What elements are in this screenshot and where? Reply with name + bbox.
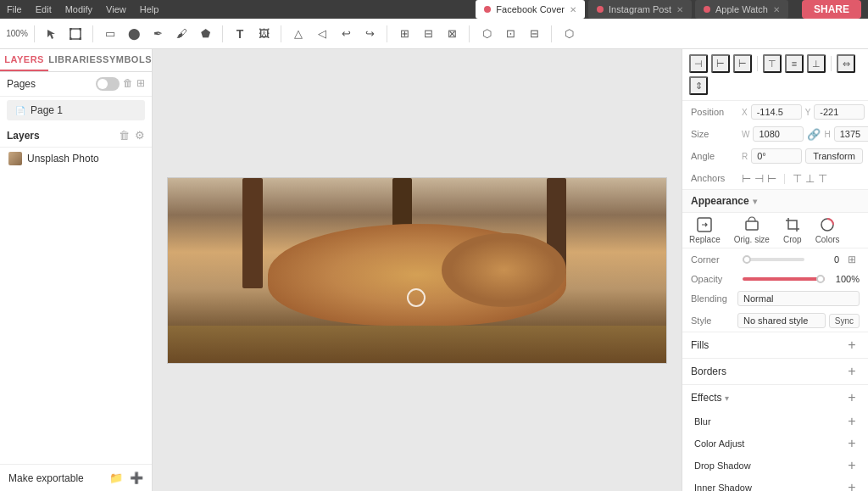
move-tool-button[interactable] xyxy=(42,24,62,44)
align-bottom-button[interactable]: ⊥ xyxy=(807,54,826,73)
colors-button[interactable]: Colors xyxy=(809,213,847,248)
pages-delete-icon[interactable]: 🗑 xyxy=(123,77,133,91)
orig-size-icon xyxy=(743,216,760,233)
align-middle-button[interactable]: ≡ xyxy=(785,54,804,73)
corner-slider[interactable] xyxy=(743,258,804,261)
export-folder-icon[interactable]: 📁 xyxy=(109,471,123,484)
distribute-button[interactable]: ⊠ xyxy=(442,24,462,44)
layers-settings-icon[interactable]: ⚙ xyxy=(135,129,145,142)
rectangle-tool-button[interactable]: ▭ xyxy=(100,24,120,44)
appearance-chevron[interactable]: ▾ xyxy=(753,197,757,206)
resize-tool-button[interactable] xyxy=(65,24,86,44)
export-icons: 📁 ➕ xyxy=(109,471,143,484)
add-drop-shadow-button[interactable]: + xyxy=(844,458,860,473)
pages-toggle[interactable] xyxy=(96,77,120,91)
align-top-button[interactable]: ⊤ xyxy=(763,54,782,73)
subtract-button[interactable]: ⊟ xyxy=(524,24,544,44)
group-button[interactable]: ⊞ xyxy=(394,24,415,44)
distribute-h-button[interactable]: ⇔ xyxy=(837,54,855,73)
tab-close-apple[interactable]: ✕ xyxy=(773,5,780,14)
paint-tool-button[interactable]: 🖌 xyxy=(171,24,192,44)
menu-help[interactable]: Help xyxy=(140,4,159,14)
tab-close-facebook[interactable]: ✕ xyxy=(570,5,576,14)
svg-rect-7 xyxy=(746,221,758,230)
anchor-right[interactable]: ⊢ xyxy=(767,172,776,185)
crop-button[interactable]: Crop xyxy=(776,213,809,248)
opacity-slider[interactable] xyxy=(743,277,825,281)
sidebar-tabs: LAYERS LIBRARIES SYMBOLS xyxy=(0,49,152,72)
anchor-left[interactable]: ⊢ xyxy=(742,172,751,185)
tab-facebook[interactable]: Facebook Cover ✕ xyxy=(476,0,585,19)
sidebar-tab-libraries[interactable]: LIBRARIES xyxy=(48,49,103,71)
triangle-tool-button[interactable]: △ xyxy=(288,24,309,44)
add-inner-shadow-button[interactable]: + xyxy=(844,480,860,491)
page-item-1[interactable]: 📄 Page 1 xyxy=(7,100,145,120)
component-button[interactable]: ⬡ xyxy=(476,24,497,44)
add-effect-button[interactable]: + xyxy=(844,390,860,405)
appearance-icons-row: Replace Orig. size Crop Colors xyxy=(682,213,868,248)
transform-button[interactable]: Transform xyxy=(805,148,863,164)
canvas-area[interactable] xyxy=(153,49,682,491)
svg-point-2 xyxy=(70,28,72,31)
svg-point-5 xyxy=(79,37,81,40)
align-left-button[interactable]: ⊣ xyxy=(689,54,708,73)
appearance-title: Appearance ▾ xyxy=(691,195,860,207)
align-right-button[interactable]: ⊢ xyxy=(733,54,752,73)
tab-instagram[interactable]: Instagram Post ✕ xyxy=(588,0,692,19)
h-input[interactable] xyxy=(834,126,868,142)
blending-select[interactable]: Normal Multiply Screen xyxy=(737,291,860,306)
make-exportable-section: Make exportable 📁 ➕ xyxy=(0,464,152,491)
sidebar-tab-symbols[interactable]: SYMBOLS xyxy=(103,49,152,71)
sync-button[interactable]: Sync xyxy=(829,314,860,328)
color-adjust-row: Color Adjust + xyxy=(682,432,868,455)
anchor-top[interactable]: ⊤ xyxy=(793,172,802,185)
link-icon[interactable]: 🔗 xyxy=(807,128,821,141)
menu-modify[interactable]: Modify xyxy=(65,4,92,14)
orig-size-button[interactable]: Orig. size xyxy=(727,213,776,248)
redo-button[interactable]: ↪ xyxy=(359,24,380,44)
oval-tool-button[interactable]: ⬤ xyxy=(124,24,144,44)
w-input[interactable] xyxy=(753,126,804,142)
page-icon: 📄 xyxy=(15,106,25,115)
align-button[interactable]: ⊟ xyxy=(418,24,438,44)
replace-button[interactable]: Replace xyxy=(682,213,727,248)
pages-label: Pages xyxy=(7,78,96,90)
add-border-button[interactable]: + xyxy=(844,364,860,379)
style-select[interactable]: No shared style xyxy=(737,313,826,328)
sidebar-tab-layers[interactable]: LAYERS xyxy=(0,49,48,71)
pages-add-icon[interactable]: ⊞ xyxy=(136,77,145,91)
undo-button[interactable]: ↩ xyxy=(336,24,356,44)
anchor-center[interactable]: ⊣ xyxy=(754,172,764,185)
y-input[interactable] xyxy=(814,104,865,120)
tab-apple-watch[interactable]: Apple Watch ✕ xyxy=(695,0,788,19)
canvas-image[interactable] xyxy=(167,177,667,364)
distribute-v-button[interactable]: ⇕ xyxy=(689,76,708,95)
layer-item-unsplash[interactable]: Unsplash Photo xyxy=(0,148,152,170)
export-button[interactable]: ⬡ xyxy=(559,24,579,44)
angle-input[interactable] xyxy=(751,148,802,164)
zoom-100-button[interactable]: 100% xyxy=(7,24,27,44)
add-fill-button[interactable]: + xyxy=(844,338,860,353)
pen-tool-button[interactable]: ✒ xyxy=(147,24,168,44)
align-center-h-button[interactable]: ⊢ xyxy=(711,54,730,73)
opacity-value: 100% xyxy=(830,274,860,284)
layers-delete-icon[interactable]: 🗑 xyxy=(119,129,130,142)
share-button[interactable]: SHARE xyxy=(802,0,861,19)
effects-chevron[interactable]: ▾ xyxy=(725,393,729,403)
image-tool-button[interactable]: 🖼 xyxy=(253,24,274,44)
shape-tool-button[interactable]: ⬟ xyxy=(195,24,215,44)
export-plus-icon[interactable]: ➕ xyxy=(130,471,143,484)
text-tool-button[interactable]: T xyxy=(230,24,250,44)
anchor-middle[interactable]: ⊥ xyxy=(805,172,815,185)
mask-button[interactable]: ⊡ xyxy=(500,24,520,44)
arrow-tool-button[interactable]: ◁ xyxy=(312,24,332,44)
x-input[interactable] xyxy=(751,104,802,120)
corner-options-icon[interactable]: ⊞ xyxy=(844,252,860,267)
add-blur-button[interactable]: + xyxy=(844,414,860,429)
menu-view[interactable]: View xyxy=(106,4,126,14)
menu-edit[interactable]: Edit xyxy=(36,4,52,14)
add-color-adjust-button[interactable]: + xyxy=(844,436,860,451)
tab-close-instagram[interactable]: ✕ xyxy=(676,5,683,14)
anchor-bottom[interactable]: ⊤ xyxy=(818,172,827,185)
menu-file[interactable]: File xyxy=(7,4,22,14)
